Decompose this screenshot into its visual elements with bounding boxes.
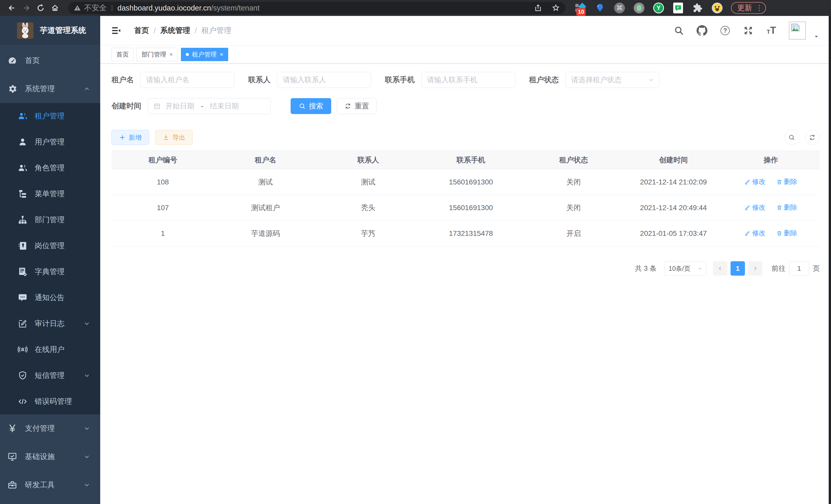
delete-link[interactable]: 删除 (776, 229, 797, 238)
sidebar-item-system[interactable]: 系统管理 (0, 75, 100, 103)
sidebar-item-label: 租户管理 (35, 111, 64, 121)
online-user-icon (18, 345, 28, 355)
edit-link[interactable]: 修改 (744, 229, 766, 238)
system-submenu: 租户管理 用户管理 角色管理 菜单管理 部门管理 (0, 103, 100, 414)
close-icon[interactable]: × (169, 51, 173, 58)
header-search-button[interactable] (673, 25, 685, 36)
breadcrumb-home[interactable]: 首页 (134, 25, 149, 36)
sidebar-item-error-code[interactable]: 错误码管理 (0, 388, 100, 414)
chat-extension-icon[interactable] (672, 2, 684, 13)
sidebar-item-infrastructure[interactable]: 基础设施 (0, 443, 100, 471)
sidebar-item-user[interactable]: 用户管理 (0, 129, 100, 155)
sidebar-item-audit-log[interactable]: 审计日志 (0, 310, 100, 336)
recorder-extension-icon[interactable] (633, 2, 645, 13)
address-bar[interactable]: 不安全 dashboard.yudao.iocoder.cn/system/te… (68, 2, 566, 14)
monitor-icon (7, 452, 18, 462)
sidebar-item-tenant[interactable]: 租户管理 (0, 103, 100, 129)
browser-home-button[interactable] (48, 1, 62, 15)
sidebar-item-label: 角色管理 (35, 163, 64, 173)
status-select[interactable]: 请选择租户状态 (565, 72, 659, 88)
font-size-button[interactable]: TT (766, 25, 777, 36)
reset-button[interactable]: 重置 (337, 98, 376, 114)
browser-menu-icon[interactable]: ⋮ (756, 4, 763, 11)
browser-forward-button[interactable] (19, 1, 33, 15)
chevron-down-icon (83, 425, 90, 432)
chevron-down-icon (83, 453, 90, 460)
fullscreen-button[interactable] (743, 25, 754, 36)
docs-help-button[interactable]: ? (719, 25, 731, 36)
chevron-down-icon (83, 372, 90, 379)
tag-label: 首页 (116, 50, 129, 59)
sidebar-item-payment[interactable]: ¥ 支付管理 (0, 414, 100, 443)
date-range-picker[interactable]: 开始日期 - 结束日期 (148, 98, 270, 114)
sidebar-item-label: 支付管理 (25, 423, 55, 434)
toggle-search-button[interactable] (784, 130, 799, 145)
balloon-extension-icon[interactable] (594, 2, 606, 13)
sidebar-item-notice[interactable]: 通知公告 (0, 285, 100, 310)
caret-down-icon[interactable] (813, 33, 820, 40)
edit-link[interactable]: 修改 (744, 177, 766, 186)
user-icon (18, 137, 28, 147)
profile-avatar-icon[interactable] (712, 2, 723, 13)
hamburger-icon (111, 25, 121, 36)
sidebar-item-post[interactable]: 岗位管理 (0, 233, 100, 259)
search-button[interactable]: 搜索 (291, 98, 331, 114)
table-row: 108 测试 测试 15601691300 关闭 2021-12-14 21:0… (112, 169, 820, 195)
contact-input[interactable] (277, 72, 371, 88)
command-extension-icon[interactable]: ⌘ (614, 2, 625, 13)
y-extension-icon[interactable]: Y (653, 2, 664, 13)
sidebar-item-online-users[interactable]: 在线用户 (0, 336, 100, 362)
sidebar-item-role[interactable]: 角色管理 (0, 155, 100, 181)
bookmarks-extension-icon[interactable]: 10 (575, 2, 586, 13)
prev-page-button[interactable] (713, 261, 727, 276)
user-avatar[interactable] (789, 22, 806, 39)
app-title: 芋道管理系统 (40, 25, 86, 36)
tree-table-icon (18, 189, 28, 199)
sidebar-item-sms[interactable]: 短信管理 (0, 362, 100, 388)
github-link-button[interactable] (696, 25, 708, 36)
pagination: 共 3 条 10条/页 1 前往 页 (112, 261, 820, 276)
breadcrumb-system[interactable]: 系统管理 (160, 25, 190, 36)
bookmark-button[interactable] (551, 3, 561, 12)
next-page-button[interactable] (748, 261, 763, 276)
extensions-puzzle-icon[interactable] (692, 2, 703, 13)
browser-update-button[interactable]: 更新 ⋮ (731, 2, 766, 14)
export-button[interactable]: 导出 (155, 130, 193, 145)
add-button[interactable]: 新增 (112, 130, 149, 145)
site-security-info[interactable]: 不安全 (74, 3, 117, 13)
delete-link[interactable]: 删除 (776, 203, 797, 212)
app-logo-row[interactable]: 芋道管理系统 (0, 16, 100, 45)
status-label: 租户状态 (529, 75, 559, 85)
phone-input[interactable] (421, 72, 515, 88)
browser-reload-button[interactable] (33, 1, 48, 15)
browser-back-button[interactable] (5, 1, 19, 15)
question-icon: ? (720, 26, 730, 35)
refresh-table-button[interactable] (805, 130, 820, 145)
close-icon[interactable]: × (220, 51, 223, 58)
sidebar-item-menu[interactable]: 菜单管理 (0, 181, 100, 207)
tenant-name-input[interactable] (140, 72, 234, 88)
breadcrumb-current: 租户管理 (201, 25, 231, 36)
delete-link[interactable]: 删除 (776, 177, 797, 186)
edit-label: 修改 (752, 229, 766, 238)
sidebar-item-dict[interactable]: 字典管理 (0, 259, 100, 285)
tag-tenant[interactable]: 租户管理× (181, 48, 228, 61)
breadcrumb-separator: / (195, 26, 197, 35)
sidebar-item-home[interactable]: 首页 (0, 47, 100, 75)
goto-page-input[interactable] (789, 261, 809, 276)
edit-link[interactable]: 修改 (744, 203, 766, 212)
gear-icon (7, 84, 18, 94)
cell-tenant-name: 测试 (214, 169, 317, 195)
tag-dept[interactable]: 部门管理× (137, 48, 178, 61)
table-row: 107 测试租户 秃头 15601691300 关闭 2021-12-14 20… (112, 195, 820, 221)
sidebar-item-dev-tools[interactable]: 研发工具 (0, 471, 100, 499)
sidebar-toggle-button[interactable] (110, 24, 122, 37)
tag-home[interactable]: 首页 (112, 48, 134, 61)
home-icon (51, 4, 59, 12)
window-scrollbar[interactable] (829, 16, 831, 504)
sidebar-item-dept[interactable]: 部门管理 (0, 207, 100, 233)
share-button[interactable] (534, 4, 542, 12)
page-size-select[interactable]: 10条/页 (664, 261, 706, 276)
address-divider (112, 5, 112, 11)
page-number-1[interactable]: 1 (730, 261, 745, 276)
